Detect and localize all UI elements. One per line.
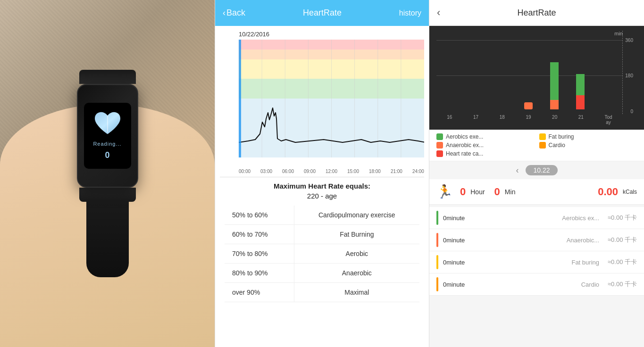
date-badge: 10.22 xyxy=(526,165,557,175)
list-item-kcal: ≈0.00 千卡 xyxy=(604,258,637,266)
detail-header: ‹ HeartRate xyxy=(429,0,644,26)
list-item-type: Aerobics ex... xyxy=(524,215,600,222)
legend-label-fat: Fat buring xyxy=(549,133,574,140)
list-item-color-bar xyxy=(436,233,438,247)
zone-label: Cardiopulmonary exercise xyxy=(294,206,419,225)
list-item-type: Fat buring xyxy=(524,259,600,266)
history-button[interactable]: history xyxy=(399,9,421,17)
info-subtitle: 220 - age xyxy=(225,192,419,200)
back-label: Back xyxy=(226,8,245,18)
kcal-value: 0.00 xyxy=(598,186,618,198)
zone-label: Aerobic xyxy=(294,244,419,264)
fitness-band: Reading... 0 xyxy=(77,70,138,277)
table-row: 70% to 80% Aerobic xyxy=(225,244,419,264)
list-item: 0minute Cardio ≈0.00 千卡 xyxy=(429,273,644,296)
list-item-time: 0minute xyxy=(443,281,519,288)
info-section: Maximum Heart Rate equals: 220 - age 50%… xyxy=(215,177,429,347)
x-axis-labels: 00:00 03:00 06:00 09:00 12:00 15:00 18:0… xyxy=(239,167,424,174)
legend-item-cardio: Cardio xyxy=(539,142,637,149)
band-strap-bottom-section xyxy=(79,188,136,202)
legend-area: Aerobics exe... Fat buring Anaerobic ex.… xyxy=(429,130,644,161)
photo-panel: Reading... 0 xyxy=(0,0,215,347)
band-screen: Reading... 0 xyxy=(84,103,131,169)
detail-back-button[interactable]: ‹ xyxy=(437,7,440,19)
bar-chart-area: min 360 180 0 xyxy=(429,26,644,130)
zone-range: over 90% xyxy=(225,283,294,302)
list-item-time: 0minute xyxy=(443,259,519,266)
legend-color-fat xyxy=(539,133,546,140)
svg-rect-14 xyxy=(524,102,533,109)
list-item-kcal: ≈0.00 千卡 xyxy=(604,280,637,289)
svg-rect-13 xyxy=(239,40,241,157)
stats-row: 🏃 0 Hour 0 Min 0.00 kCals xyxy=(429,179,644,205)
list-item: 0minute Anaerobic... ≈0.00 千卡 xyxy=(429,229,644,251)
band-strap-lower xyxy=(86,202,129,277)
legend-label-aerobics: Aerobics exe... xyxy=(446,133,483,140)
list-item-color-bar xyxy=(436,211,438,225)
reading-label: Reading... xyxy=(93,141,121,147)
chart-area: 10/22/2016 170 150 130 110 90 70 50 xyxy=(215,26,429,177)
legend-item-heartrate: Heart rate ca... xyxy=(436,150,535,157)
band-strap-top xyxy=(79,70,136,84)
table-row: 50% to 60% Cardiopulmonary exercise xyxy=(225,206,419,225)
date-prev-button[interactable]: ‹ xyxy=(516,165,519,175)
zone-label: Anaerobic xyxy=(294,264,419,283)
hour-value: 0 xyxy=(460,186,466,198)
min-value: 0 xyxy=(494,186,500,198)
y-value-0: 0 xyxy=(630,109,633,114)
svg-rect-15 xyxy=(550,62,559,105)
bars-svg xyxy=(436,34,623,114)
back-button[interactable]: ‹ Back xyxy=(223,8,245,18)
list-item-kcal: ≈0.00 千卡 xyxy=(604,214,637,222)
list-item-time: 0minute xyxy=(443,215,519,222)
kcal-label: kCals xyxy=(623,189,637,195)
info-title: Maximum Heart Rate equals: xyxy=(225,182,419,190)
legend-item-anaerobic: Anaerobic ex... xyxy=(436,142,535,149)
list-item-color-bar xyxy=(436,277,438,291)
zone-range: 60% to 70% xyxy=(225,225,294,244)
detail-panel: ‹ HeartRate min 360 180 0 xyxy=(429,0,644,347)
table-row: 60% to 70% Fat Burning xyxy=(225,225,419,244)
list-item-color-bar xyxy=(436,255,438,269)
legend-label-anaerobic: Anaerobic ex... xyxy=(446,142,484,149)
svg-rect-16 xyxy=(550,100,559,109)
bar-chart-inner: min 360 180 0 xyxy=(436,31,637,127)
reading-value: 0 xyxy=(105,150,109,160)
back-chevron: ‹ xyxy=(223,8,226,18)
zone-range: 70% to 80% xyxy=(225,244,294,264)
detail-title: HeartRate xyxy=(517,8,556,18)
y-value-360: 360 xyxy=(625,38,633,43)
list-item-time: 0minute xyxy=(443,237,519,244)
heart-display xyxy=(93,111,122,137)
list-item-kcal: ≈0.00 千卡 xyxy=(604,236,637,244)
chart-date: 10/22/2016 xyxy=(239,31,424,38)
chart-panel: ‹ Back HeartRate history 10/22/2016 170 … xyxy=(215,0,429,347)
legend-color-anaerobic xyxy=(436,142,443,149)
list-item-type: Anaerobic... xyxy=(524,237,600,244)
running-icon: 🏃 xyxy=(436,184,453,199)
legend-item-aerobics: Aerobics exe... xyxy=(436,133,535,140)
zone-label: Fat Burning xyxy=(294,225,419,244)
legend-color-aerobics xyxy=(436,133,443,140)
list-item-type: Cardio xyxy=(524,281,600,288)
legend-label-heartrate: Heart rate ca... xyxy=(446,150,483,157)
chart-graph: 170 150 130 110 90 70 50 xyxy=(239,40,424,167)
table-row: 80% to 90% Anaerobic xyxy=(225,264,419,283)
zone-range: 80% to 90% xyxy=(225,264,294,283)
detail-list: 0minute Aerobics ex... ≈0.00 千卡 0minute … xyxy=(429,205,644,347)
chart-title: HeartRate xyxy=(303,8,342,18)
y-value-180: 180 xyxy=(625,73,633,78)
hour-label: Hour xyxy=(470,188,485,196)
legend-item-fat: Fat buring xyxy=(539,133,637,140)
date-navigation: ‹ 10.22 xyxy=(429,161,644,179)
legend-label-cardio: Cardio xyxy=(549,142,565,149)
table-row: over 90% Maximal xyxy=(225,283,419,302)
hr-zones-table: 50% to 60% Cardiopulmonary exercise 60% … xyxy=(225,206,419,302)
zone-bands-svg xyxy=(239,40,424,167)
zone-range: 50% to 60% xyxy=(225,206,294,225)
band-body: Reading... 0 xyxy=(77,84,138,188)
list-item: 0minute Aerobics ex... ≈0.00 千卡 xyxy=(429,207,644,229)
list-item: 0minute Fat buring ≈0.00 千卡 xyxy=(429,251,644,273)
svg-rect-18 xyxy=(576,95,585,109)
legend-color-cardio xyxy=(539,142,546,149)
